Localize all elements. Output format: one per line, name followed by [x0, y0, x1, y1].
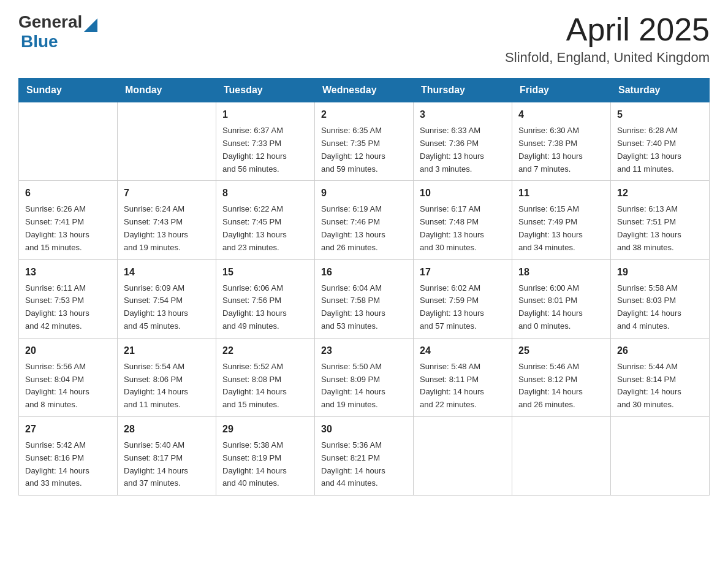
day-info: Sunrise: 6:24 AM Sunset: 7:43 PM Dayligh…	[124, 203, 210, 254]
day-info: Sunrise: 5:46 AM Sunset: 8:12 PM Dayligh…	[518, 361, 604, 412]
day-info: Sunrise: 6:33 AM Sunset: 7:36 PM Dayligh…	[420, 124, 506, 175]
calendar-cell: 30Sunrise: 5:36 AM Sunset: 8:21 PM Dayli…	[315, 416, 414, 495]
calendar-cell: 18Sunrise: 6:00 AM Sunset: 8:01 PM Dayli…	[512, 259, 611, 338]
calendar-cell: 12Sunrise: 6:13 AM Sunset: 7:51 PM Dayli…	[611, 181, 710, 259]
day-info: Sunrise: 6:26 AM Sunset: 7:41 PM Dayligh…	[25, 203, 111, 254]
day-info: Sunrise: 5:58 AM Sunset: 8:03 PM Dayligh…	[617, 282, 703, 333]
day-number: 27	[25, 422, 111, 437]
calendar-cell	[414, 416, 512, 495]
day-info: Sunrise: 5:38 AM Sunset: 8:19 PM Dayligh…	[222, 439, 308, 490]
calendar-cell: 23Sunrise: 5:50 AM Sunset: 8:09 PM Dayli…	[315, 338, 414, 416]
calendar-week-row: 1Sunrise: 6:37 AM Sunset: 7:33 PM Daylig…	[19, 102, 710, 181]
calendar-cell: 27Sunrise: 5:42 AM Sunset: 8:16 PM Dayli…	[19, 416, 118, 495]
col-header-monday: Monday	[118, 79, 216, 102]
calendar-cell: 17Sunrise: 6:02 AM Sunset: 7:59 PM Dayli…	[414, 259, 512, 338]
day-info: Sunrise: 5:48 AM Sunset: 8:11 PM Dayligh…	[420, 361, 506, 412]
day-number: 1	[222, 107, 308, 122]
day-info: Sunrise: 5:54 AM Sunset: 8:06 PM Dayligh…	[124, 361, 210, 412]
day-info: Sunrise: 6:04 AM Sunset: 7:58 PM Dayligh…	[321, 282, 407, 333]
day-number: 4	[518, 107, 604, 122]
calendar-cell: 6Sunrise: 6:26 AM Sunset: 7:41 PM Daylig…	[19, 181, 118, 259]
calendar-week-row: 6Sunrise: 6:26 AM Sunset: 7:41 PM Daylig…	[19, 181, 710, 259]
day-info: Sunrise: 5:56 AM Sunset: 8:04 PM Dayligh…	[25, 361, 111, 412]
page-header: General Blue April 2025 Slinfold, Englan…	[18, 12, 710, 66]
calendar-cell	[19, 102, 118, 181]
calendar-cell: 5Sunrise: 6:28 AM Sunset: 7:40 PM Daylig…	[611, 102, 710, 181]
day-info: Sunrise: 5:52 AM Sunset: 8:08 PM Dayligh…	[222, 361, 308, 412]
day-number: 3	[420, 107, 506, 122]
day-number: 6	[25, 186, 111, 201]
calendar-cell	[611, 416, 710, 495]
day-info: Sunrise: 6:22 AM Sunset: 7:45 PM Dayligh…	[222, 203, 308, 254]
calendar-cell: 4Sunrise: 6:30 AM Sunset: 7:38 PM Daylig…	[512, 102, 611, 181]
col-header-friday: Friday	[512, 79, 611, 102]
calendar-cell	[512, 416, 611, 495]
calendar-cell: 9Sunrise: 6:19 AM Sunset: 7:46 PM Daylig…	[315, 181, 414, 259]
calendar-cell: 19Sunrise: 5:58 AM Sunset: 8:03 PM Dayli…	[611, 259, 710, 338]
day-info: Sunrise: 6:00 AM Sunset: 8:01 PM Dayligh…	[518, 282, 604, 333]
calendar-cell: 3Sunrise: 6:33 AM Sunset: 7:36 PM Daylig…	[414, 102, 512, 181]
day-info: Sunrise: 5:36 AM Sunset: 8:21 PM Dayligh…	[321, 439, 407, 490]
calendar-cell: 14Sunrise: 6:09 AM Sunset: 7:54 PM Dayli…	[118, 259, 216, 338]
day-info: Sunrise: 5:42 AM Sunset: 8:16 PM Dayligh…	[25, 439, 111, 490]
day-number: 23	[321, 343, 407, 358]
calendar-cell: 16Sunrise: 6:04 AM Sunset: 7:58 PM Dayli…	[315, 259, 414, 338]
calendar-cell: 21Sunrise: 5:54 AM Sunset: 8:06 PM Dayli…	[118, 338, 216, 416]
logo-text-general: General	[18, 12, 82, 32]
calendar-cell: 13Sunrise: 6:11 AM Sunset: 7:53 PM Dayli…	[19, 259, 118, 338]
calendar-week-row: 13Sunrise: 6:11 AM Sunset: 7:53 PM Dayli…	[19, 259, 710, 338]
day-info: Sunrise: 6:06 AM Sunset: 7:56 PM Dayligh…	[222, 282, 308, 333]
day-info: Sunrise: 6:37 AM Sunset: 7:33 PM Dayligh…	[222, 124, 308, 175]
day-number: 28	[124, 422, 210, 437]
day-number: 17	[420, 265, 506, 280]
col-header-wednesday: Wednesday	[315, 79, 414, 102]
day-info: Sunrise: 6:13 AM Sunset: 7:51 PM Dayligh…	[617, 203, 703, 254]
day-number: 12	[617, 186, 703, 201]
day-info: Sunrise: 6:02 AM Sunset: 7:59 PM Dayligh…	[420, 282, 506, 333]
logo-text-blue: Blue	[21, 32, 58, 52]
calendar-cell: 7Sunrise: 6:24 AM Sunset: 7:43 PM Daylig…	[118, 181, 216, 259]
day-info: Sunrise: 6:11 AM Sunset: 7:53 PM Dayligh…	[25, 282, 111, 333]
calendar-cell: 8Sunrise: 6:22 AM Sunset: 7:45 PM Daylig…	[216, 181, 315, 259]
day-number: 21	[124, 343, 210, 358]
calendar-cell: 10Sunrise: 6:17 AM Sunset: 7:48 PM Dayli…	[414, 181, 512, 259]
day-number: 29	[222, 422, 308, 437]
title-block: April 2025 Slinfold, England, United Kin…	[505, 12, 710, 66]
calendar-week-row: 27Sunrise: 5:42 AM Sunset: 8:16 PM Dayli…	[19, 416, 710, 495]
day-number: 5	[617, 107, 703, 122]
day-info: Sunrise: 6:17 AM Sunset: 7:48 PM Dayligh…	[420, 203, 506, 254]
day-number: 19	[617, 265, 703, 280]
day-number: 8	[222, 186, 308, 201]
day-number: 16	[321, 265, 407, 280]
day-number: 30	[321, 422, 407, 437]
col-header-saturday: Saturday	[611, 79, 710, 102]
calendar-cell: 26Sunrise: 5:44 AM Sunset: 8:14 PM Dayli…	[611, 338, 710, 416]
day-info: Sunrise: 5:44 AM Sunset: 8:14 PM Dayligh…	[617, 361, 703, 412]
calendar-cell	[118, 102, 216, 181]
day-number: 22	[222, 343, 308, 358]
day-info: Sunrise: 6:09 AM Sunset: 7:54 PM Dayligh…	[124, 282, 210, 333]
calendar-cell: 2Sunrise: 6:35 AM Sunset: 7:35 PM Daylig…	[315, 102, 414, 181]
day-info: Sunrise: 6:35 AM Sunset: 7:35 PM Dayligh…	[321, 124, 407, 175]
calendar-cell: 1Sunrise: 6:37 AM Sunset: 7:33 PM Daylig…	[216, 102, 315, 181]
day-number: 15	[222, 265, 308, 280]
day-info: Sunrise: 6:30 AM Sunset: 7:38 PM Dayligh…	[518, 124, 604, 175]
day-number: 24	[420, 343, 506, 358]
day-number: 9	[321, 186, 407, 201]
calendar-cell: 22Sunrise: 5:52 AM Sunset: 8:08 PM Dayli…	[216, 338, 315, 416]
day-number: 14	[124, 265, 210, 280]
calendar-header-row: SundayMondayTuesdayWednesdayThursdayFrid…	[19, 79, 710, 102]
calendar-cell: 25Sunrise: 5:46 AM Sunset: 8:12 PM Dayli…	[512, 338, 611, 416]
logo-triangle-icon	[84, 18, 97, 32]
day-number: 20	[25, 343, 111, 358]
calendar-cell: 24Sunrise: 5:48 AM Sunset: 8:11 PM Dayli…	[414, 338, 512, 416]
logo: General Blue	[18, 12, 97, 52]
svg-marker-0	[84, 18, 97, 32]
day-number: 18	[518, 265, 604, 280]
calendar-cell: 11Sunrise: 6:15 AM Sunset: 7:49 PM Dayli…	[512, 181, 611, 259]
day-info: Sunrise: 6:28 AM Sunset: 7:40 PM Dayligh…	[617, 124, 703, 175]
day-number: 25	[518, 343, 604, 358]
calendar-week-row: 20Sunrise: 5:56 AM Sunset: 8:04 PM Dayli…	[19, 338, 710, 416]
month-title: April 2025	[505, 12, 710, 47]
day-number: 7	[124, 186, 210, 201]
